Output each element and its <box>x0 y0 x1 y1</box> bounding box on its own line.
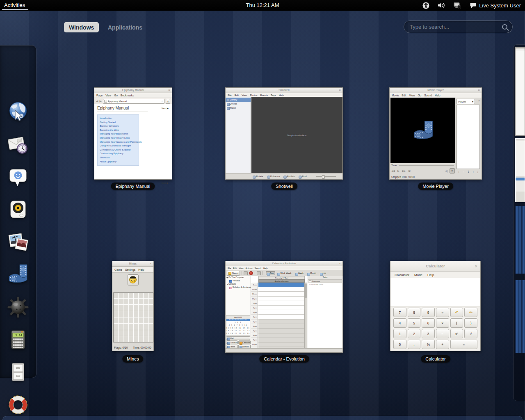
dash-item-mines[interactable] <box>5 294 31 320</box>
workspace-thumbnail-1[interactable] <box>515 47 525 136</box>
separator <box>255 271 255 275</box>
search-input[interactable] <box>409 23 502 30</box>
playlist-button: + <box>458 171 460 173</box>
window-thumbnail-movie-player[interactable]: Movie Player × MovieEditViewGoSoundHelp … <box>389 87 482 180</box>
send-receive-icon <box>244 271 248 275</box>
offhours-shading <box>258 320 305 349</box>
playlist-button: − <box>463 171 464 173</box>
hour-label: 1 pm <box>251 301 258 306</box>
mini-calendar-row: 25 26 27 28 29 30 <box>226 332 250 335</box>
status-row: Flags: 0/10 Time: 00:00:00 <box>114 346 151 349</box>
menu-item: View <box>242 94 247 96</box>
switcher-button: Contacts <box>226 340 238 344</box>
dash-item-web-browser[interactable] <box>5 99 31 125</box>
mini-calendar-grid: 1 2 34 5 6 7 8 9 1011 12 13 14 15 16 171… <box>226 321 250 335</box>
toolbar-button: Enhance <box>267 175 280 178</box>
window-caption: Calculator <box>421 355 450 363</box>
bottom-edge <box>2 416 523 420</box>
network-offline-icon <box>453 2 461 9</box>
workspace-switcher <box>513 44 525 401</box>
user-name: Live System User <box>479 2 521 9</box>
menu-item: Page <box>96 94 103 97</box>
window-thumbnail-mines[interactable]: Mines × GameSettingsHelp Flags: 0/10 Tim… <box>112 261 154 351</box>
page-heading: Epiphany Manual <box>97 106 148 112</box>
dash-item-calculator[interactable]: 3.14 <box>5 326 31 353</box>
menu-item: Edit <box>233 267 237 269</box>
hour-label: 10 am <box>251 287 258 292</box>
titlebar: Calendar - Evolution × <box>226 261 342 266</box>
dash-item-music-player[interactable] <box>5 196 31 223</box>
transport-controls: ◀◀ ▶ ▶▶ ▣ ◄) ≡ <box>391 168 455 173</box>
dash-item-help[interactable] <box>5 391 31 418</box>
calculator-display <box>390 278 480 306</box>
dash-item-email[interactable] <box>5 131 31 158</box>
network-menu[interactable] <box>453 2 461 9</box>
window-thumbnail-epiphany-manual[interactable]: Epiphany Manual × PageViewGoBookmarks ◀ … <box>94 87 172 180</box>
dropdown-icon: ▾ <box>472 100 473 103</box>
accessibility-icon <box>422 2 429 9</box>
menu-item: Tags <box>271 94 276 96</box>
tree-item: On This Computer <box>226 276 251 279</box>
workspace-thumbnail-3[interactable] <box>515 205 525 274</box>
dash-item-chat[interactable] <box>5 164 31 190</box>
hour-label: 4 pm <box>251 315 258 319</box>
hour-label: 3 pm <box>251 310 258 315</box>
dash-item-movie-player[interactable] <box>5 261 31 288</box>
tab-applications[interactable]: Applications <box>108 22 142 32</box>
hour-label: 5 pm <box>251 320 258 324</box>
window-thumbnail-shotwell[interactable]: Shotwell × FileEditViewPhotosEventsTagsH… <box>225 87 343 180</box>
calculator-key: 5 <box>408 318 421 328</box>
hour-label: 9 am <box>251 283 258 287</box>
menu-item: Photos <box>250 94 258 96</box>
dash-item-file-manager[interactable] <box>5 359 31 385</box>
calculator-key: 3 <box>422 329 435 338</box>
calculator-key: x² <box>450 329 463 338</box>
calculator-key: % <box>422 340 435 349</box>
help-icon <box>7 393 29 415</box>
location-text: Epiphany Manual <box>108 100 127 103</box>
close-icon: × <box>339 261 341 266</box>
mini-calendar: April 2011 Mon Tue Wed Thu Fri Sat Sun 1… <box>226 315 250 336</box>
next-icon: ▶▶ <box>402 169 405 173</box>
toolbar-button: Publish <box>283 175 295 178</box>
cancel-icon <box>249 271 253 275</box>
calculator-key: − <box>436 329 449 338</box>
user-menu[interactable]: Live System User <box>470 2 521 9</box>
toc-link: Browser Windows <box>100 124 137 128</box>
calculator-key: 7 <box>393 308 406 317</box>
photo-manager-icon <box>7 231 29 253</box>
switcher-grid: ContactsCalendarTasksMemos <box>226 340 250 348</box>
tasks-panel: Tasks Summary Click to add a task <box>308 276 342 349</box>
time-counter: Time: 00:00:00 <box>133 346 151 349</box>
clock[interactable]: Thu 12:21 AM <box>246 2 279 8</box>
flags-counter: Flags: 0/10 <box>114 346 128 349</box>
hour-label: 9 pm <box>251 338 258 342</box>
workspace-thumbnail-4[interactable] <box>515 280 525 353</box>
window-title: Calculator <box>426 264 445 268</box>
toc-link: About Epiphany <box>100 160 137 164</box>
view-button: Day <box>266 271 275 275</box>
workspace-thumbnail-2-active[interactable] <box>515 138 525 202</box>
day-header: Thursday 07 April <box>258 276 305 279</box>
main-toolbar: New ▾ DayWork WeekWeekMonthList <box>226 270 342 276</box>
menu-item: View <box>105 94 111 97</box>
menu-item: Actions <box>245 267 252 269</box>
window-thumbnail-evolution[interactable]: Calendar - Evolution × FileEditViewActio… <box>225 261 343 353</box>
playlist-button: ↓ <box>477 171 478 173</box>
window-thumbnail-calculator[interactable]: Calculator × CalculatorModeHelp 789÷↶✏45… <box>390 261 481 351</box>
component-switcher: Mail ContactsCalendarTasksMemos <box>226 336 250 348</box>
dash-item-photo-manager[interactable] <box>5 229 31 255</box>
activities-button[interactable]: Activities <box>4 2 25 8</box>
face-row <box>112 273 153 287</box>
calculator-key: 4 <box>393 318 406 328</box>
hour-label: 11 am <box>251 292 258 296</box>
titlebar: Mines × <box>112 261 153 267</box>
volume-menu[interactable] <box>438 2 445 9</box>
search-box[interactable] <box>404 21 513 33</box>
window-title: Mines <box>129 262 137 265</box>
panel-close-icon: × <box>478 99 480 102</box>
playlist-list <box>457 105 480 169</box>
accessibility-menu[interactable] <box>422 2 429 9</box>
toc-link: Getting Started <box>100 121 137 125</box>
tab-windows[interactable]: Windows <box>64 22 99 32</box>
